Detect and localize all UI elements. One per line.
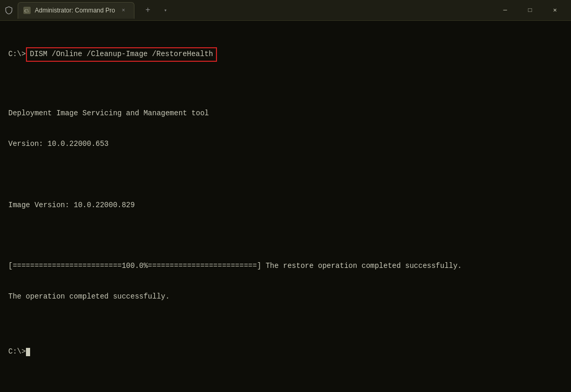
active-tab[interactable]: C\ Administrator: Command Pro ×	[18, 2, 134, 19]
minimize-button[interactable]: ─	[493, 2, 517, 19]
success-line: The operation completed successfully.	[8, 292, 563, 302]
tab-dropdown-button[interactable]: ▾	[159, 4, 172, 17]
prompt2-line: C:\>	[8, 347, 563, 357]
output-line4: Image Version: 10.0.22000.829	[8, 200, 563, 211]
svg-text:C\: C\	[24, 8, 29, 13]
output-line3	[8, 170, 563, 180]
prompt1: C:\>	[8, 49, 26, 60]
title-bar: C\ Administrator: Command Pro × + ▾ ─ □ …	[0, 0, 571, 21]
tab-close-button[interactable]: ×	[119, 6, 128, 15]
title-bar-left: C\ Administrator: Command Pro × + ▾	[4, 2, 493, 19]
maximize-button[interactable]: □	[518, 2, 542, 19]
terminal-icon: C\	[23, 7, 31, 14]
prompt2: C:\>	[8, 347, 26, 357]
progress-line: [=========================100.0%========…	[8, 261, 563, 272]
output-line1: Deployment Image Servicing and Managemen…	[8, 109, 563, 119]
cursor	[26, 348, 30, 356]
new-tab-button[interactable]: +	[141, 3, 155, 18]
output-block: Deployment Image Servicing and Managemen…	[8, 88, 563, 322]
terminal-body[interactable]: C:\>DISM /Online /Cleanup-Image /Restore…	[0, 21, 571, 392]
output-line2: Version: 10.0.22000.653	[8, 139, 563, 150]
command-line: C:\>DISM /Online /Cleanup-Image /Restore…	[8, 47, 563, 62]
command-text: DISM /Online /Cleanup-Image /RestoreHeal…	[26, 47, 217, 62]
app-icon	[4, 6, 13, 15]
window-controls: ─ □ ✕	[493, 2, 567, 19]
close-button[interactable]: ✕	[543, 2, 567, 19]
tab-title: Administrator: Command Pro	[35, 7, 115, 14]
output-line5	[8, 231, 563, 241]
